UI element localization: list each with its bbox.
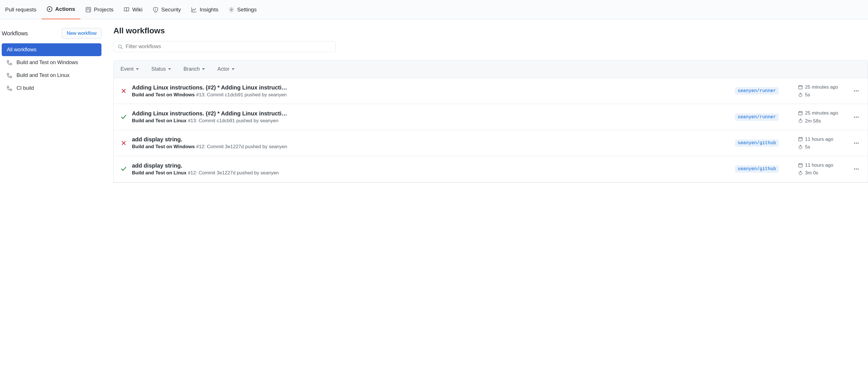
workflow-icon [7,86,12,91]
run-row: Adding Linux instructions. (#2) * Adding… [114,104,868,130]
chevron-down-icon [168,68,171,70]
filter-input[interactable] [126,43,332,50]
x-icon [121,88,127,93]
svg-rect-8 [7,60,9,62]
svg-rect-11 [10,76,12,78]
svg-point-6 [155,10,156,11]
filter-event[interactable]: Event [121,66,139,72]
tab-insights[interactable]: Insights [186,0,223,20]
filter-box[interactable] [114,41,336,52]
sidebar-item-workflow[interactable]: Build and Test on Windows [2,56,101,69]
run-meta: 11 hours ago3m 0s [798,161,847,177]
sidebar: Workflows New workflow All workflows Bui… [0,26,108,183]
page-title: All workflows [114,26,868,35]
main-content: All workflows Event Status Branch Actor … [108,26,868,183]
branch-label[interactable]: seanyen/github [735,165,779,173]
project-icon [86,7,91,12]
kebab-menu[interactable] [852,164,861,174]
svg-rect-9 [10,63,12,65]
tab-wiki[interactable]: Wiki [119,0,148,20]
runs-header: Event Status Branch Actor [114,60,868,78]
tab-actions[interactable]: Actions [41,0,80,20]
run-meta: 25 minutes ago2m 58s [798,109,847,125]
svg-rect-49 [799,163,802,167]
workflow-icon [7,60,12,65]
chevron-down-icon [136,68,139,70]
run-title[interactable]: Adding Linux instructions. (#2) * Adding… [132,110,716,117]
sidebar-item-label: All workflows [7,47,36,53]
branch-label[interactable]: seanyen/github [735,139,779,147]
svg-point-26 [858,90,859,92]
svg-point-46 [854,143,855,144]
book-icon [124,7,129,12]
run-subtitle: Build and Test on Linux #12: Commit 3e12… [132,170,716,176]
svg-point-7 [230,9,232,10]
filter-branch[interactable]: Branch [184,66,205,72]
tab-projects[interactable]: Projects [80,0,119,20]
run-meta: 25 minutes ago5s [798,83,847,99]
svg-rect-27 [799,112,802,115]
new-workflow-button[interactable]: New workflow [62,28,101,39]
calendar-icon [798,111,803,116]
play-icon [47,6,53,12]
tab-pull-requests[interactable]: Pull requests [0,0,41,20]
run-meta: 11 hours ago5s [798,135,847,151]
run-row: add display string.Build and Test on Win… [114,130,868,156]
graph-icon [191,7,197,12]
sidebar-item-workflow[interactable]: Build and Test on Linux [2,69,101,82]
svg-rect-12 [7,86,9,88]
svg-point-48 [858,143,859,144]
svg-point-58 [856,168,857,169]
run-row: Adding Linux instructions. (#2) * Adding… [114,78,868,104]
dd-label: Event [121,66,134,72]
svg-line-15 [121,48,123,49]
x-icon [121,140,127,146]
tab-label: Pull requests [5,6,36,13]
svg-point-37 [858,117,859,118]
tab-label: Projects [94,6,114,13]
sidebar-item-all-workflows[interactable]: All workflows [2,43,101,56]
dd-label: Actor [217,66,229,72]
tab-settings[interactable]: Settings [223,0,262,20]
run-subtitle: Build and Test on Windows #13: Commit c1… [132,92,716,98]
branch-label[interactable]: seanyen/runner [735,114,779,121]
run-title[interactable]: add display string. [132,136,716,143]
dd-label: Status [151,66,166,72]
kebab-menu[interactable] [852,113,861,122]
check-icon [121,166,127,172]
kebab-menu[interactable] [852,138,861,148]
tab-label: Insights [200,6,218,13]
svg-point-36 [856,117,857,118]
run-title[interactable]: Adding Linux instructions. (#2) * Adding… [132,84,716,91]
stopwatch-icon [798,93,803,97]
filter-actor[interactable]: Actor [217,66,235,72]
branch-label[interactable]: seanyen/runner [735,87,779,95]
search-icon [118,44,123,49]
run-title[interactable]: add display string. [132,162,716,169]
svg-point-59 [858,168,859,169]
tab-label: Wiki [132,6,143,13]
sidebar-item-label: Build and Test on Linux [17,72,69,78]
repo-tabs: Pull requests Actions Projects Wiki Secu… [0,0,868,20]
check-icon [121,114,127,120]
gear-icon [228,7,234,12]
stopwatch-icon [798,171,803,175]
calendar-icon [798,163,803,167]
runs-list: Event Status Branch Actor Adding Linux i… [114,60,868,183]
filter-status[interactable]: Status [151,66,171,72]
sidebar-title: Workflows [2,30,28,37]
tab-security[interactable]: Security [148,0,186,20]
svg-point-14 [118,45,121,48]
workflow-icon [7,73,12,78]
tab-label: Actions [55,6,75,12]
svg-point-35 [854,117,855,118]
run-row: add display string.Build and Test on Lin… [114,156,868,182]
svg-rect-16 [799,86,802,89]
tab-label: Settings [237,6,257,13]
sidebar-item-label: CI build [17,85,34,91]
sidebar-item-workflow[interactable]: CI build [2,82,101,95]
kebab-menu[interactable] [852,86,861,95]
svg-point-57 [854,168,855,169]
svg-rect-38 [799,138,802,141]
stopwatch-icon [798,119,803,123]
